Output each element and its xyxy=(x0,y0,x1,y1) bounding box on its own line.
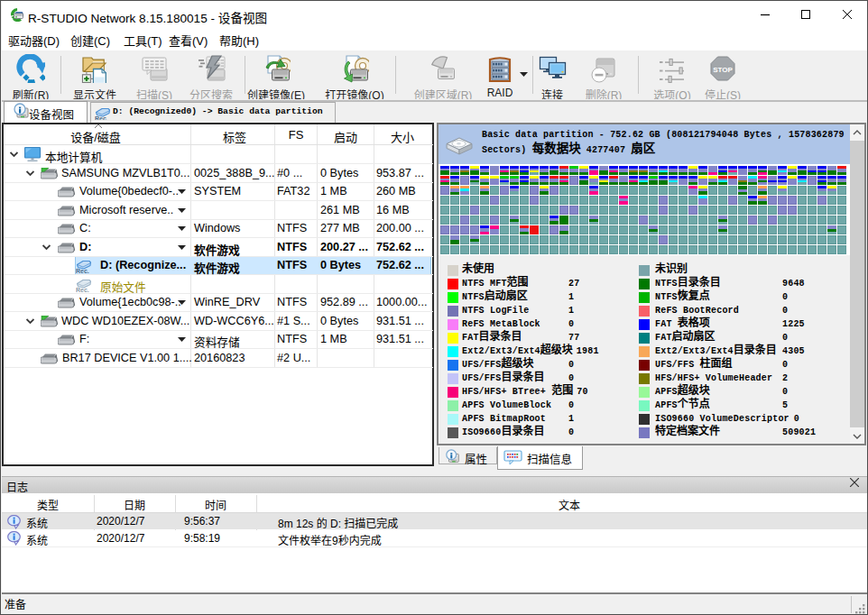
svg-text:STOP: STOP xyxy=(713,66,733,74)
svg-text:Rec.: Rec. xyxy=(76,286,89,292)
svg-text:Rec.: Rec. xyxy=(76,268,89,274)
svg-text:Rec.: Rec. xyxy=(95,115,108,121)
